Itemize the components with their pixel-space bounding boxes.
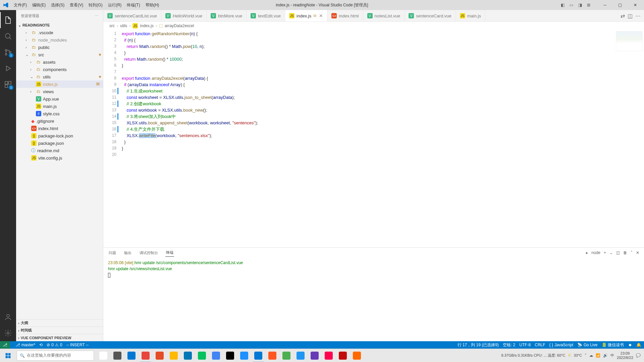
bell-icon[interactable]: 🔔 [636, 343, 641, 347]
clock[interactable]: 23:09 2022/8/22 [617, 351, 633, 360]
taskbar-app-music[interactable] [336, 349, 350, 362]
menu-help[interactable]: 帮助(H) [143, 1, 162, 9]
editor-tab[interactable]: VHelloWorld.vue [161, 10, 207, 21]
folder-item[interactable]: ›🗀.vscode [16, 29, 103, 36]
tray-chevron-up-icon[interactable]: ˄ [585, 353, 587, 358]
taskbar-app-netease[interactable] [322, 349, 335, 362]
extensions-icon[interactable]: 1 [0, 76, 16, 93]
onedrive-icon[interactable]: ☁ [589, 353, 593, 358]
project-header[interactable]: ⌄ READINGNOTE [16, 21, 103, 29]
weather[interactable]: ⛅ 33°C [568, 353, 582, 358]
customize-layout-icon[interactable]: ⊞ [585, 2, 592, 8]
notifications-icon[interactable]: 💬 [636, 353, 641, 358]
terminal-shell-icon[interactable]: ▸ [586, 250, 588, 255]
settings-gear-icon[interactable] [0, 325, 16, 341]
layout-toggle-icon[interactable]: ◧ [559, 2, 566, 8]
panel-tab-debug-console[interactable]: 调试控制台 [139, 249, 159, 257]
source-control-icon[interactable]: 1 [0, 44, 16, 60]
breadcrumb-item[interactable]: index.js [140, 23, 154, 28]
panel-tab-problems[interactable]: 问题 [108, 249, 117, 257]
git-branch[interactable]: ⎇ master* [15, 343, 35, 347]
section-outline[interactable]: ›大纲 [16, 319, 103, 326]
terminal-dropdown-icon[interactable]: ⌄ [609, 250, 613, 255]
taskbar-app-mail[interactable] [294, 349, 307, 362]
taskbar-app-wechat[interactable] [195, 349, 209, 362]
breadcrumb-item[interactable]: src [109, 23, 115, 28]
new-terminal-icon[interactable]: + [604, 250, 606, 255]
close-panel-icon[interactable]: ✕ [636, 250, 639, 255]
ime-icon[interactable]: 中 [610, 353, 614, 358]
search-icon[interactable] [0, 28, 16, 44]
file-item[interactable]: {}package.json [16, 139, 103, 147]
folder-item[interactable]: ›🗀components [16, 66, 103, 73]
section-vue-preview[interactable]: ›VUE COMPONENT PREVIEW [16, 334, 103, 341]
taskbar-app-player1[interactable] [266, 349, 279, 362]
compare-icon[interactable]: ⇄ [621, 13, 625, 19]
encoding[interactable]: UTF-8 [519, 343, 531, 347]
more-actions-icon[interactable]: ⋯ [635, 13, 641, 19]
editor-tab[interactable]: JSmain.js [456, 10, 485, 21]
taskbar-app-files[interactable] [167, 349, 180, 362]
taskbar-app-player2[interactable] [280, 349, 293, 362]
folder-item[interactable]: ›🗀public [16, 44, 103, 51]
file-item[interactable]: JSindex.jsM [16, 80, 103, 88]
taskbar-app-cortana[interactable] [97, 349, 110, 362]
errors-warnings[interactable]: ⊘ 0 ⚠ 0 [47, 343, 62, 347]
menu-edit[interactable]: 编辑(E) [30, 1, 48, 9]
taskbar-app-edge2[interactable] [209, 349, 223, 362]
editor-tab[interactable]: <>index.html [327, 10, 363, 21]
file-item[interactable]: #style.css [16, 110, 103, 117]
taskbar-app-xshell[interactable] [237, 349, 251, 362]
sync-icon[interactable]: ⟲ [39, 343, 43, 347]
split-editor-icon[interactable]: ◫ [628, 13, 633, 19]
folder-item[interactable]: ›🗀views [16, 88, 103, 95]
volume-icon[interactable]: 🔊 [603, 353, 608, 358]
split-terminal-icon[interactable]: ◫ [616, 250, 620, 255]
taskbar-app-vscode[interactable] [252, 349, 265, 362]
file-item[interactable]: {}package-lock.json [16, 132, 103, 139]
system-tray[interactable]: 8.37GB/s 0.31KB/s CPU: ... 温度: 60°C ⛅ 33… [498, 351, 644, 360]
menu-selection[interactable]: 选择(S) [49, 1, 67, 9]
editor-tab[interactable]: JSindex.js M✕ [285, 10, 327, 21]
panel-toggle-icon[interactable]: ▭ [568, 2, 575, 8]
wifi-icon[interactable]: 📶 [596, 353, 600, 358]
panel-tab-terminal[interactable]: 终端 [165, 249, 174, 257]
breadcrumb[interactable]: src› utils› JS index.js› ⬚ arrayData2exc… [103, 22, 644, 30]
minimize-button[interactable]: ─ [597, 0, 612, 10]
menu-go[interactable]: 转到(G) [86, 1, 105, 9]
folder-item[interactable]: ⌄🗀src [16, 51, 103, 58]
menu-terminal[interactable]: 终端(T) [124, 1, 142, 9]
wechat-read[interactable]: 📗 微信读书 [601, 342, 624, 348]
go-live[interactable]: 📡 Go Live [577, 343, 597, 347]
menu-run[interactable]: 运行(R) [106, 1, 124, 9]
close-tab-icon[interactable]: ✕ [319, 13, 323, 18]
panel-tab-output[interactable]: 输出 [123, 249, 132, 257]
taskbar-app-firefox[interactable] [153, 349, 166, 362]
taskbar-app-notion[interactable] [223, 349, 237, 362]
menu-view[interactable]: 查看(V) [67, 1, 86, 9]
file-item[interactable]: ⓘreadme.md [16, 147, 103, 154]
eol[interactable]: CRLF [535, 343, 545, 347]
taskbar-app-chrome[interactable] [139, 349, 152, 362]
maximize-button[interactable]: ▢ [612, 0, 628, 10]
editor-tab[interactable]: VsentenceCardList.vue [103, 10, 161, 21]
taskbar-app-douyin[interactable] [308, 349, 321, 362]
file-item[interactable]: JSvite.config.js [16, 154, 103, 162]
cursor-position[interactable]: 行 17，列 19 (已选择9) [458, 342, 499, 348]
feedback-icon[interactable]: ☻ [628, 343, 632, 347]
account-icon[interactable] [0, 309, 16, 325]
file-item[interactable]: ◆.gitignore [16, 117, 103, 125]
close-window-button[interactable]: ✕ [628, 0, 643, 10]
file-item[interactable]: <>index.html [16, 125, 103, 132]
taskbar-app-task-view[interactable] [111, 349, 124, 362]
folder-item[interactable]: ›🗀node_modules [16, 36, 103, 44]
code-content[interactable]: export function getRandomNumber(n) { if … [122, 30, 644, 247]
chevron-up-icon[interactable]: ˄ [631, 250, 633, 255]
editor-tab[interactable]: VtextEdit.vue [247, 10, 285, 21]
sidebar-more-icon[interactable]: ⋯ [95, 14, 98, 18]
menu-file[interactable]: 文件(F) [11, 1, 29, 9]
remote-indicator[interactable]: ⎇ [0, 341, 10, 349]
sidebar-right-toggle-icon[interactable]: ◨ [577, 2, 583, 8]
section-timeline[interactable]: ›时间线 [16, 326, 103, 334]
taskbar-app-store[interactable] [181, 349, 195, 362]
